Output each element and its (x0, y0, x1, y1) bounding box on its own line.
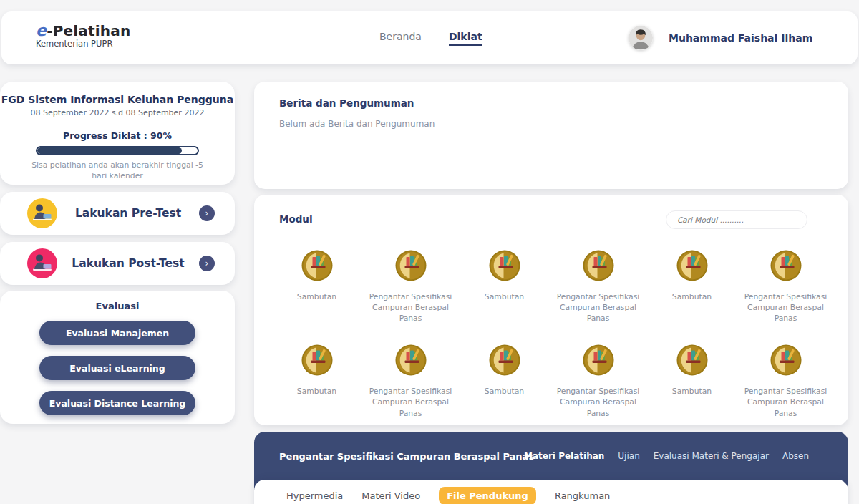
pretest-chevron-right-icon[interactable]: › (199, 205, 215, 221)
evaluasi-button[interactable]: Evaluasi Distance Learning (39, 391, 195, 415)
modul-item[interactable]: Sambutan (457, 241, 551, 324)
module-book-icon (770, 271, 802, 285)
modul-item-label: Pengantar Spesifikasi Campuran Beraspal … (365, 291, 457, 324)
module-book-icon (582, 366, 615, 379)
modul-card: Modul Sambutan (254, 195, 848, 425)
remaining-note: Sisa pelatihan anda akan berakhir tingga… (28, 160, 207, 181)
pretest-label: Lakukan Pre-Test (57, 207, 199, 220)
evaluasi-button[interactable]: Evaluasi Manajemen (39, 321, 195, 345)
logo-title-rest: -Pelatihan (47, 22, 130, 39)
modul-item[interactable]: Pengantar Spesifikasi Campuran Beraspal … (739, 335, 833, 418)
module-book-icon (488, 271, 521, 285)
modul-item[interactable]: Sambutan (645, 335, 739, 418)
materi-tab[interactable]: Materi Video (361, 487, 420, 504)
modul-item-label: Pengantar Spesifikasi Campuran Beraspal … (365, 386, 457, 418)
course-progress-card: FGD Sistem Informasi Keluhan Pengguna 08… (0, 82, 235, 185)
modul-item[interactable]: Sambutan (645, 241, 739, 324)
progress-label: Progress Diklat : 90% (0, 130, 235, 141)
posttest-label: Lakukan Post-Test (57, 257, 199, 270)
posttest-chevron-right-icon[interactable]: › (199, 256, 215, 271)
course-detail-tab[interactable]: Evaluasi Materi & Pengajar (654, 451, 769, 461)
modul-item[interactable]: Pengantar Spesifikasi Campuran Beraspal … (739, 241, 833, 324)
course-title: FGD Sistem Informasi Keluhan Pengguna (0, 94, 235, 105)
user-name: Muhammad Faishal Ilham (669, 32, 812, 44)
module-book-icon (676, 366, 709, 379)
pretest-card[interactable]: Lakukan Pre-Test › (0, 192, 235, 235)
user-menu[interactable]: Muhammad Faishal Ilham (629, 11, 812, 64)
modul-item-label: Pengantar Spesifikasi Campuran Beraspal … (553, 291, 644, 324)
modul-item-label: Sambutan (271, 291, 363, 302)
modul-item[interactable]: Sambutan (457, 335, 551, 418)
module-book-icon (394, 366, 427, 379)
modul-search-input[interactable] (666, 210, 807, 229)
module-book-icon (394, 271, 427, 285)
modul-item-label: Pengantar Spesifikasi Campuran Beraspal … (553, 386, 644, 418)
pretest-illustration-icon (27, 198, 57, 228)
evaluasi-buttons: Evaluasi Manajemen Evaluasi eLearning Ev… (0, 321, 235, 415)
posttest-card[interactable]: Lakukan Post-Test › (0, 242, 235, 285)
top-nav-item[interactable]: Diklat (449, 31, 482, 46)
materi-tab[interactable]: Rangkuman (555, 487, 610, 504)
evaluasi-title: Evaluasi (0, 301, 235, 311)
user-avatar-icon (629, 26, 653, 50)
materi-panel: Hypermedia Materi Video File Pendukung R… (254, 480, 848, 504)
modul-item-label: Pengantar Spesifikasi Campuran Beraspal … (740, 386, 832, 418)
materi-tab[interactable]: Hypermedia (286, 487, 343, 504)
module-book-icon (301, 366, 334, 379)
module-book-icon (488, 366, 521, 379)
logo-title: e-Pelatihan (36, 21, 130, 39)
course-date-range: 08 September 2022 s.d 08 September 2022 (0, 108, 235, 117)
course-detail-tabs: Materi Pelatihan Ujian Evaluasi Materi &… (524, 451, 809, 461)
progress-bar-fill (37, 147, 182, 154)
modul-item-label: Sambutan (271, 386, 363, 397)
progress-bar (36, 146, 199, 155)
modul-item-label: Sambutan (646, 291, 738, 302)
modul-item-label: Sambutan (459, 386, 550, 397)
course-detail-tab[interactable]: Absen (782, 451, 809, 461)
news-title: Berita dan Pengumuman (254, 82, 848, 109)
app-logo: e-Pelatihan Kementerian PUPR (36, 21, 130, 49)
logo-e-icon: e (36, 21, 47, 39)
evaluasi-button[interactable]: Evaluasi eLearning (39, 356, 195, 380)
modul-item[interactable]: Pengantar Spesifikasi Campuran Beraspal … (551, 241, 645, 324)
posttest-illustration-icon (27, 248, 57, 278)
top-nav: Beranda Diklat (379, 11, 482, 64)
modul-item-label: Pengantar Spesifikasi Campuran Beraspal … (740, 291, 832, 324)
modul-title: Modul (279, 213, 313, 225)
modul-item[interactable]: Pengantar Spesifikasi Campuran Beraspal … (364, 335, 457, 418)
module-book-icon (582, 271, 615, 285)
course-detail-tab[interactable]: Materi Pelatihan (524, 451, 604, 461)
course-detail-title: Pengantar Spesifikasi Campuran Beraspal … (279, 451, 534, 462)
course-detail-tab[interactable]: Ujian (618, 451, 639, 461)
news-card: Berita dan Pengumuman Belum ada Berita d… (254, 82, 848, 189)
modul-item[interactable]: Sambutan (270, 241, 364, 324)
modul-item[interactable]: Sambutan (270, 335, 364, 418)
materi-tabs: Hypermedia Materi Video File Pendukung R… (254, 480, 848, 504)
modul-item-label: Sambutan (459, 291, 550, 302)
evaluasi-card: Evaluasi Evaluasi Manajemen Evaluasi eLe… (0, 291, 235, 424)
news-empty-message: Belum ada Berita dan Pengumuman (279, 119, 848, 129)
modul-grid: Sambutan Pengantar Spesifikas (270, 241, 833, 419)
app-header: e-Pelatihan Kementerian PUPR Beranda Dik… (1, 11, 858, 64)
module-book-icon (770, 366, 802, 379)
top-nav-item[interactable]: Beranda (379, 31, 422, 46)
modul-item[interactable]: Pengantar Spesifikasi Campuran Beraspal … (364, 241, 457, 324)
modul-item-label: Sambutan (646, 386, 738, 397)
module-book-icon (676, 271, 709, 285)
logo-subtitle: Kementerian PUPR (36, 39, 130, 49)
module-book-icon (301, 271, 334, 285)
materi-tab[interactable]: File Pendukung (439, 487, 536, 504)
modul-item[interactable]: Pengantar Spesifikasi Campuran Beraspal … (551, 335, 645, 418)
